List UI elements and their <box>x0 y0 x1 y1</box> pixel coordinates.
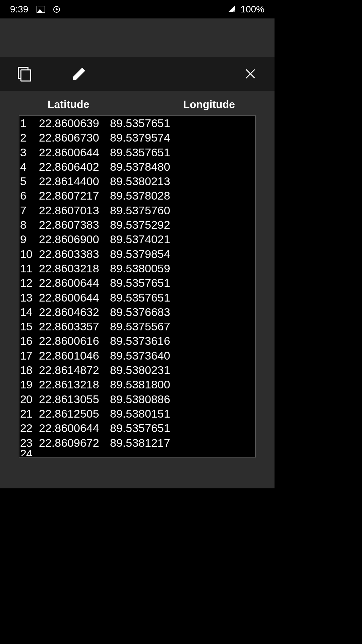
table-row[interactable]: 1622.860061689.5373616 <box>19 334 255 348</box>
row-latitude: 22.8609672 <box>39 436 110 450</box>
toolbar <box>0 57 275 91</box>
row-longitude: 89.5357651 <box>110 276 170 290</box>
row-number: 22 <box>19 421 39 435</box>
row-longitude: 89.5374021 <box>110 232 170 247</box>
row-number: 11 <box>19 261 39 276</box>
target-icon <box>53 6 60 13</box>
row-latitude: 22.8614400 <box>39 174 110 189</box>
svg-text:x: x <box>233 9 235 12</box>
table-row[interactable]: 24 <box>19 450 255 456</box>
row-latitude: 22.8606730 <box>39 130 110 145</box>
row-number: 13 <box>19 290 39 305</box>
row-longitude: 89.5380886 <box>110 392 170 407</box>
row-number: 19 <box>19 377 39 392</box>
table-row[interactable]: 2222.860064489.5357651 <box>19 421 255 435</box>
row-latitude: 22.8607383 <box>39 218 110 232</box>
row-latitude: 22.8607013 <box>39 203 110 218</box>
row-latitude: 22.8601046 <box>39 348 110 363</box>
row-longitude: 89.5375567 <box>110 319 170 334</box>
close-button[interactable] <box>243 66 258 81</box>
row-number: 4 <box>19 160 39 174</box>
row-number: 17 <box>19 348 39 363</box>
table-row[interactable]: 322.860064489.5357651 <box>19 145 255 160</box>
row-latitude: 22.8613055 <box>39 392 110 407</box>
table-row[interactable]: 822.860738389.5375292 <box>19 218 255 232</box>
row-number: 24 <box>19 450 39 456</box>
table-row[interactable]: 2122.861250589.5380151 <box>19 407 255 421</box>
row-number: 9 <box>19 232 39 247</box>
copy-icon <box>18 67 31 81</box>
row-latitude: 22.8600644 <box>39 145 110 160</box>
row-longitude: 89.5380059 <box>110 261 170 276</box>
row-longitude: 89.5357651 <box>110 145 170 160</box>
row-longitude: 89.5381217 <box>110 436 170 450</box>
row-number: 10 <box>19 247 39 261</box>
table-row[interactable]: 422.860640289.5378480 <box>19 160 255 174</box>
row-number: 16 <box>19 334 39 348</box>
row-latitude: 22.8606900 <box>39 232 110 247</box>
app-header <box>0 18 275 57</box>
row-longitude: 89.5380151 <box>110 407 170 421</box>
row-number: 12 <box>19 276 39 290</box>
table-row[interactable]: 1022.860338389.5379854 <box>19 247 255 261</box>
table-row[interactable]: 722.860701389.5375760 <box>19 203 255 218</box>
row-latitude: 22.8600616 <box>39 334 110 348</box>
row-number: 7 <box>19 203 39 218</box>
row-number: 18 <box>19 363 39 377</box>
table-headers: Latitude Longitude <box>1 91 274 115</box>
row-number: 15 <box>19 319 39 334</box>
table-row[interactable]: 1322.860064489.5357651 <box>19 290 255 305</box>
row-longitude: 89.5357651 <box>110 290 170 305</box>
table-row[interactable]: 222.860673089.5379574 <box>19 130 255 145</box>
status-bar: 9:39 x 100% <box>0 0 275 18</box>
table-row[interactable]: 1222.860064489.5357651 <box>19 276 255 290</box>
table-row[interactable]: 1522.860335789.5375567 <box>19 319 255 334</box>
row-longitude: 89.5379854 <box>110 247 170 261</box>
row-longitude: 89.5380231 <box>110 363 170 377</box>
row-number: 6 <box>19 189 39 203</box>
table-row[interactable]: 1422.860463289.5376683 <box>19 305 255 319</box>
header-latitude: Latitude <box>1 98 89 111</box>
row-latitude: 22.8603383 <box>39 247 110 261</box>
row-latitude: 22.8603218 <box>39 261 110 276</box>
row-latitude: 22.8600644 <box>39 421 110 435</box>
table-row[interactable]: 2322.860967289.5381217 <box>19 436 255 450</box>
row-longitude: 89.5373616 <box>110 334 170 348</box>
status-right: x 100% <box>228 4 264 15</box>
table-row[interactable]: 1122.860321889.5380059 <box>19 261 255 276</box>
table-row[interactable]: 1822.861487289.5380231 <box>19 363 255 377</box>
row-latitude: 22.8606402 <box>39 160 110 174</box>
status-time: 9:39 <box>10 4 28 15</box>
row-longitude: 89.5378028 <box>110 189 170 203</box>
row-longitude: 89.5380213 <box>110 174 170 189</box>
row-latitude: 22.8612505 <box>39 407 110 421</box>
edit-button[interactable] <box>72 66 86 81</box>
battery-text: 100% <box>240 4 264 15</box>
row-longitude: 89.5357651 <box>110 421 170 435</box>
edit-icon <box>73 68 85 80</box>
row-latitude: 22.8600644 <box>39 276 110 290</box>
header-longitude: Longitude <box>89 98 235 111</box>
row-number: 14 <box>19 305 39 319</box>
row-latitude: 22.8600644 <box>39 290 110 305</box>
table-row[interactable]: 1722.860104689.5373640 <box>19 348 255 363</box>
row-longitude: 89.5357651 <box>110 116 170 130</box>
row-number: 1 <box>19 116 39 130</box>
image-icon <box>37 6 45 13</box>
table-row[interactable]: 1922.861321889.5381800 <box>19 377 255 392</box>
copy-button[interactable] <box>17 66 32 81</box>
table-row[interactable]: 522.861440089.5380213 <box>19 174 255 189</box>
row-longitude: 89.5376683 <box>110 305 170 319</box>
table-row[interactable]: 122.860063989.5357651 <box>19 116 255 130</box>
row-number: 20 <box>19 392 39 407</box>
signal-icon: x <box>228 4 236 15</box>
status-left: 9:39 <box>10 4 60 15</box>
row-number: 23 <box>19 436 39 450</box>
row-longitude: 89.5378480 <box>110 160 170 174</box>
row-number: 8 <box>19 218 39 232</box>
table-row[interactable]: 2022.861305589.5380886 <box>19 392 255 407</box>
table-row[interactable]: 622.860721789.5378028 <box>19 189 255 203</box>
table-row[interactable]: 922.860690089.5374021 <box>19 232 255 247</box>
data-table[interactable]: 122.860063989.5357651222.860673089.53795… <box>19 115 256 458</box>
row-number: 2 <box>19 130 39 145</box>
